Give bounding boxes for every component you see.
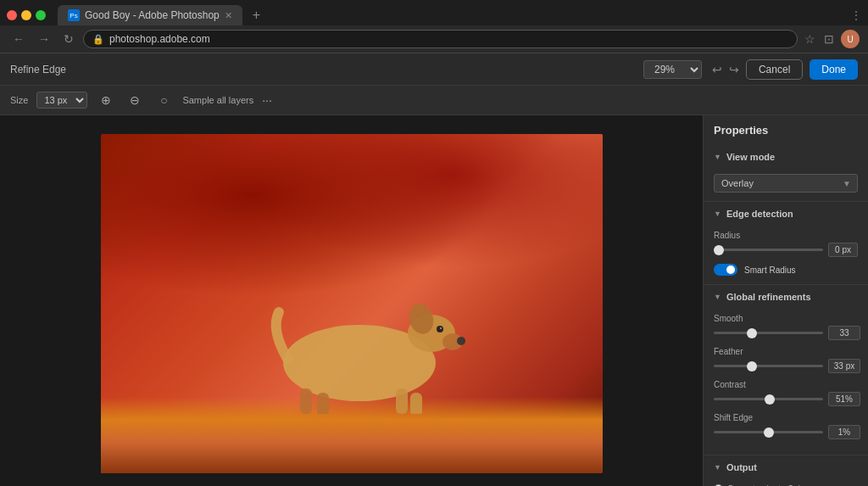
app-toolbar: Refine Edge 29% 50% 100% ↩ ↪ Cancel Done [0, 53, 868, 86]
view-mode-chevron: ▼ [714, 153, 721, 161]
radius-value: 0 px [828, 243, 858, 257]
address-bar[interactable]: 🔒 photoshop.adobe.com [83, 30, 798, 48]
canvas-area [0, 115, 703, 486]
output-content: Decontaminate Colors Amount 100% Output … [704, 479, 868, 486]
window-controls [7, 10, 46, 20]
svg-rect-4 [410, 393, 422, 414]
view-mode-header[interactable]: ▼ View mode [704, 145, 868, 169]
smooth-value[interactable] [828, 326, 860, 340]
maximize-button[interactable] [36, 10, 46, 20]
nav-bar: ← → ↻ 🔒 photoshop.adobe.com ☆ ⊡ U [0, 25, 868, 53]
edge-detection-content: Radius 0 px Smart Radius [704, 226, 868, 284]
global-refinements-header[interactable]: ▼ Global refinements [704, 285, 868, 309]
radius-label: Radius [714, 231, 858, 240]
subtract-brush-button[interactable]: ⊖ [125, 90, 145, 110]
minimize-button[interactable] [21, 10, 31, 20]
contrast-slider-row [714, 392, 858, 406]
extensions-button[interactable]: ☆ [803, 31, 817, 47]
undo-button[interactable]: ↩ [712, 59, 722, 80]
view-mode-content: Overlay On White On Black On Layers ▼ [704, 169, 868, 201]
tab-favicon: Ps [68, 9, 80, 21]
edge-detection-section: ▼ Edge detection Radius 0 px Smart R [704, 202, 868, 285]
shift-edge-slider[interactable] [714, 431, 823, 433]
more-options-button[interactable]: ··· [262, 93, 272, 107]
dog-svg [253, 278, 465, 414]
main-content: Properties ▼ View mode Overlay On White … [0, 115, 868, 486]
svg-rect-6 [317, 393, 329, 414]
browser-menu-icon[interactable]: ⋮ [851, 9, 861, 21]
reload-button[interactable]: ↻ [59, 31, 78, 47]
view-mode-section: ▼ View mode Overlay On White On Black On… [704, 145, 868, 202]
close-button[interactable] [7, 10, 17, 20]
smooth-row: Smooth [714, 314, 858, 340]
global-refinements-content: Smooth Feather Contrast [704, 309, 868, 455]
tab-bar: Ps Good Boy - Adobe Photoshop ✕ + ⋮ [0, 0, 868, 25]
smooth-slider-row [714, 326, 858, 340]
zoom-control: 29% 50% 100% [643, 60, 702, 79]
shift-edge-slider-row [714, 425, 858, 439]
active-tab[interactable]: Ps Good Boy - Adobe Photoshop ✕ [58, 5, 242, 25]
output-section: ▼ Output Decontaminate Colors Amount 100… [704, 455, 868, 486]
cancel-button[interactable]: Cancel [746, 59, 803, 80]
smart-radius-toggle[interactable] [714, 264, 737, 276]
shift-edge-label: Shift Edge [714, 413, 858, 422]
edge-detection-title: Edge detection [726, 209, 793, 219]
new-tab-button[interactable]: + [248, 6, 265, 25]
add-brush-button[interactable]: ⊕ [96, 90, 116, 110]
contrast-slider[interactable] [714, 398, 823, 400]
global-refinements-section: ▼ Global refinements Smooth Feather [704, 285, 868, 455]
output-header[interactable]: ▼ Output [704, 455, 868, 479]
feather-label: Feather [714, 347, 858, 356]
brush-toolbar: Size 13 px 5 px 20 px ⊕ ⊖ ○ Sample all l… [0, 86, 868, 115]
smart-radius-row: Smart Radius [714, 264, 858, 276]
zoom-select[interactable]: 29% 50% 100% [643, 60, 702, 79]
global-refinements-title: Global refinements [726, 292, 811, 302]
sample-all-layers-label: Sample all layers [182, 95, 253, 105]
shift-edge-value[interactable] [828, 425, 860, 439]
url-text: photoshop.adobe.com [109, 33, 210, 45]
feather-slider-row [714, 359, 858, 373]
edge-detection-header[interactable]: ▼ Edge detection [704, 202, 868, 226]
output-chevron: ▼ [714, 463, 721, 472]
redo-button[interactable]: ↪ [729, 59, 739, 80]
profile-button[interactable]: U [841, 30, 860, 48]
panel-title: Properties [704, 115, 868, 145]
view-mode-title: View mode [726, 152, 775, 162]
size-select[interactable]: 13 px 5 px 20 px [36, 92, 87, 109]
smooth-slider[interactable] [714, 332, 823, 334]
radius-slider[interactable] [714, 249, 823, 251]
tab-title: Good Boy - Adobe Photoshop [85, 9, 220, 21]
view-mode-select[interactable]: Overlay On White On Black On Layers [714, 174, 858, 193]
view-mode-dropdown-wrapper: Overlay On White On Black On Layers ▼ [714, 174, 858, 193]
svg-point-9 [437, 326, 443, 332]
circle-brush-button[interactable]: ○ [153, 90, 174, 110]
svg-point-10 [440, 327, 442, 329]
feather-value[interactable] [828, 359, 860, 373]
global-refinements-chevron: ▼ [714, 293, 721, 301]
back-button[interactable]: ← [8, 31, 29, 47]
feather-row: Feather [714, 347, 858, 373]
tab-close-icon[interactable]: ✕ [225, 10, 232, 21]
browser-chrome: Ps Good Boy - Adobe Photoshop ✕ + ⋮ ← → … [0, 0, 868, 53]
svg-rect-5 [396, 388, 408, 414]
shift-edge-row: Shift Edge [714, 413, 858, 439]
properties-panel: Properties ▼ View mode Overlay On White … [703, 115, 868, 486]
split-view-button[interactable]: ⊡ [822, 31, 836, 47]
contrast-label: Contrast [714, 380, 858, 389]
size-label: Size [10, 95, 28, 105]
done-button[interactable]: Done [810, 59, 858, 80]
radius-slider-row: 0 px [714, 243, 858, 257]
smooth-label: Smooth [714, 314, 858, 323]
smart-radius-label: Smart Radius [744, 265, 796, 275]
header-actions: ↩ ↪ Cancel Done [712, 59, 858, 80]
edge-detection-chevron: ▼ [714, 209, 721, 218]
contrast-row: Contrast [714, 380, 858, 406]
lock-icon: 🔒 [92, 34, 104, 45]
radius-row: Radius 0 px [714, 231, 858, 257]
forward-button[interactable]: → [34, 31, 54, 47]
toggle-slider-thumb [714, 264, 737, 276]
feather-slider[interactable] [714, 365, 823, 367]
svg-rect-7 [300, 388, 312, 414]
contrast-value[interactable] [828, 392, 860, 406]
nav-actions: ☆ ⊡ U [803, 30, 860, 48]
